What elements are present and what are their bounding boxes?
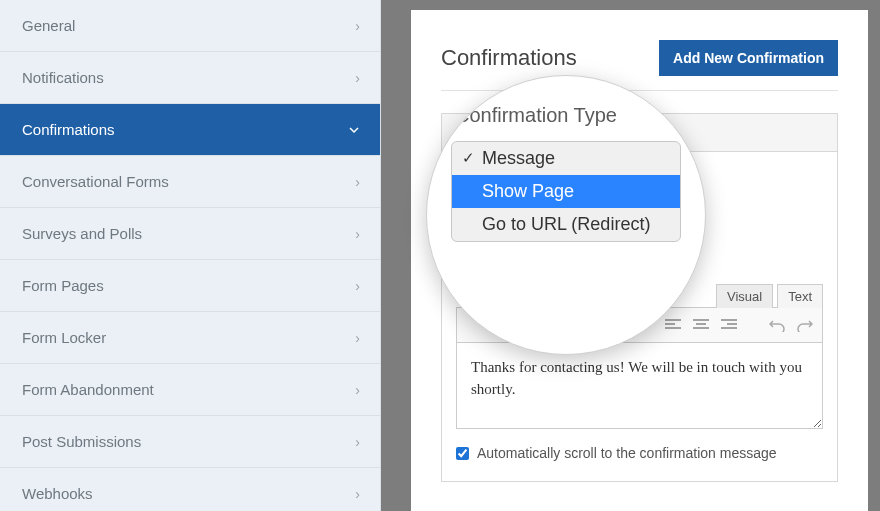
- sidebar-item-post-submissions[interactable]: Post Submissions ›: [0, 416, 380, 468]
- align-right-icon[interactable]: [720, 316, 738, 334]
- sidebar-item-label: Form Abandonment: [22, 381, 154, 398]
- sidebar-item-form-locker[interactable]: Form Locker ›: [0, 312, 380, 364]
- auto-scroll-checkbox[interactable]: [456, 447, 469, 460]
- option-label: Go to URL (Redirect): [482, 214, 650, 234]
- align-left-icon[interactable]: [664, 316, 682, 334]
- confirmation-type-label: Confirmation Type: [455, 104, 685, 127]
- panel-title: Confirmations: [441, 45, 577, 71]
- type-option-redirect[interactable]: Go to URL (Redirect): [452, 208, 680, 241]
- zoom-lens: Confirmation Type ✓ Message Show Page Go…: [426, 75, 706, 355]
- sidebar-item-surveys-polls[interactable]: Surveys and Polls ›: [0, 208, 380, 260]
- auto-scroll-label: Automatically scroll to the confirmation…: [477, 445, 777, 461]
- chevron-right-icon: ›: [355, 382, 360, 398]
- chevron-right-icon: ›: [355, 18, 360, 34]
- type-option-message[interactable]: ✓ Message: [452, 142, 680, 175]
- settings-sidebar: General › Notifications › Confirmations …: [0, 0, 381, 511]
- chevron-right-icon: ›: [355, 70, 360, 86]
- sidebar-item-form-abandonment[interactable]: Form Abandonment ›: [0, 364, 380, 416]
- sidebar-item-label: Surveys and Polls: [22, 225, 142, 242]
- sidebar-item-label: Notifications: [22, 69, 104, 86]
- chevron-right-icon: ›: [355, 174, 360, 190]
- sidebar-item-label: Webhooks: [22, 485, 93, 502]
- sidebar-item-form-pages[interactable]: Form Pages ›: [0, 260, 380, 312]
- confirmation-type-select[interactable]: ✓ Message Show Page Go to URL (Redirect): [451, 141, 681, 242]
- sidebar-item-notifications[interactable]: Notifications ›: [0, 52, 380, 104]
- chevron-right-icon: ›: [355, 330, 360, 346]
- auto-scroll-row[interactable]: Automatically scroll to the confirmation…: [456, 445, 823, 461]
- chevron-down-icon: [348, 124, 360, 136]
- chevron-right-icon: ›: [355, 434, 360, 450]
- sidebar-item-label: Form Locker: [22, 329, 106, 346]
- chevron-right-icon: ›: [355, 278, 360, 294]
- chevron-right-icon: ›: [355, 226, 360, 242]
- sidebar-item-label: General: [22, 17, 75, 34]
- check-icon: ✓: [462, 149, 475, 167]
- redo-icon[interactable]: [796, 316, 814, 334]
- confirmations-panel: Confirmations Add New Confirmation Def V…: [411, 10, 868, 511]
- option-label: Message: [482, 148, 555, 168]
- sidebar-item-confirmations[interactable]: Confirmations: [0, 104, 380, 156]
- sidebar-item-webhooks[interactable]: Webhooks ›: [0, 468, 380, 511]
- sidebar-item-label: Form Pages: [22, 277, 104, 294]
- editor-tab-text[interactable]: Text: [777, 284, 823, 308]
- editor-tab-visual[interactable]: Visual: [716, 284, 773, 308]
- option-label: Show Page: [482, 181, 574, 201]
- sidebar-item-conversational-forms[interactable]: Conversational Forms ›: [0, 156, 380, 208]
- add-confirmation-button[interactable]: Add New Confirmation: [659, 40, 838, 76]
- chevron-right-icon: ›: [355, 486, 360, 502]
- undo-icon[interactable]: [768, 316, 786, 334]
- sidebar-item-general[interactable]: General ›: [0, 0, 380, 52]
- sidebar-item-label: Post Submissions: [22, 433, 141, 450]
- sidebar-item-label: Conversational Forms: [22, 173, 169, 190]
- message-textarea[interactable]: Thanks for contacting us! We will be in …: [456, 343, 823, 429]
- align-center-icon[interactable]: [692, 316, 710, 334]
- sidebar-item-label: Confirmations: [22, 121, 115, 138]
- type-option-show-page[interactable]: Show Page: [452, 175, 680, 208]
